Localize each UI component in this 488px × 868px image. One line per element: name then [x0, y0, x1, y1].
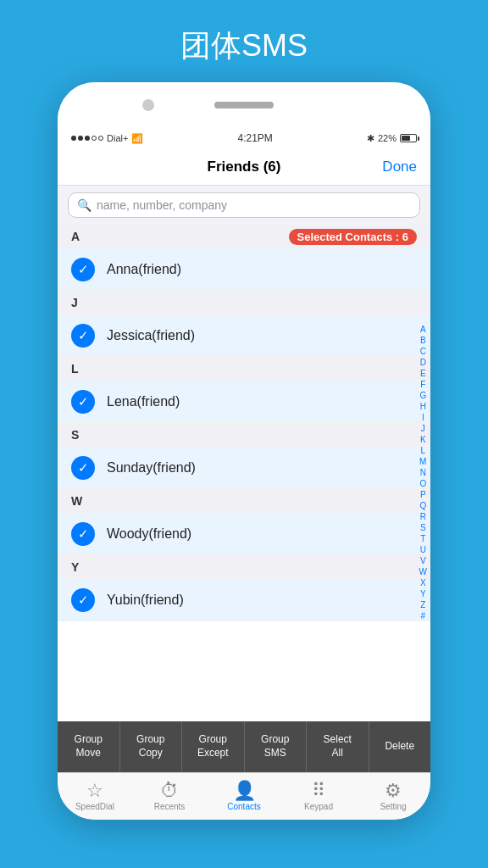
- group-sms-label-line1: Group: [261, 733, 289, 747]
- group-copy-button[interactable]: Group Copy: [120, 721, 183, 772]
- group-except-button[interactable]: Group Except: [182, 721, 245, 772]
- delete-label: Delete: [385, 740, 414, 754]
- checkmark-icon: ✓: [78, 461, 89, 474]
- contact-name: Sunday(friend): [107, 460, 196, 476]
- contact-row[interactable]: ✓ Yubin(friend): [58, 579, 430, 621]
- select-all-label-line2: All: [332, 747, 343, 760]
- alpha-g[interactable]: G: [419, 391, 426, 401]
- bluetooth-icon: ✱: [367, 133, 374, 144]
- alpha-r[interactable]: R: [420, 512, 426, 522]
- carrier-label: Dial+: [107, 133, 128, 143]
- done-button[interactable]: Done: [382, 159, 417, 175]
- alpha-d[interactable]: D: [420, 358, 426, 368]
- search-placeholder: name, number, company: [97, 198, 227, 212]
- search-input-wrap[interactable]: 🔍 name, number, company: [68, 192, 420, 218]
- battery-icon: [400, 134, 417, 142]
- tab-setting[interactable]: ⚙ Setting: [356, 773, 430, 820]
- tab-bar: ☆ SpeedDial ⏱ Recents 👤 Contacts ⠿ Keypa…: [58, 772, 430, 820]
- battery-percent: 22%: [378, 133, 396, 143]
- checkmark-icon: ✓: [78, 263, 89, 275]
- contact-name: Anna(friend): [107, 262, 181, 277]
- keypad-label: Keypad: [304, 802, 333, 811]
- alpha-v[interactable]: V: [420, 556, 426, 566]
- alpha-i[interactable]: I: [422, 413, 424, 423]
- tab-contacts[interactable]: 👤 Contacts: [207, 773, 281, 820]
- toolbar: Group Move Group Copy Group Except Group…: [58, 721, 430, 772]
- alpha-o[interactable]: O: [419, 479, 426, 489]
- phone-speaker: [214, 102, 274, 108]
- alpha-hash[interactable]: #: [420, 611, 425, 621]
- contact-name: Lena(friend): [107, 394, 180, 409]
- section-letter-s: S: [71, 428, 79, 442]
- alpha-q[interactable]: Q: [419, 501, 426, 511]
- tab-keypad[interactable]: ⠿ Keypad: [281, 773, 356, 820]
- contact-name: Woody(friend): [107, 526, 191, 542]
- alpha-z[interactable]: Z: [420, 600, 425, 610]
- alpha-n[interactable]: N: [420, 468, 426, 478]
- checkmark-icon: ✓: [78, 329, 89, 342]
- status-right: ✱ 22%: [367, 133, 417, 144]
- alpha-e[interactable]: E: [420, 369, 426, 379]
- phone-frame: Dial+ 📶 4:21PM ✱ 22% Friends (6) Done 🔍 …: [58, 82, 430, 820]
- alphabet-index[interactable]: A B C D E F G H I J K L M N O P Q R S T …: [418, 225, 429, 721]
- phone-top: [58, 82, 430, 128]
- alpha-s[interactable]: S: [420, 523, 426, 533]
- alpha-h[interactable]: H: [420, 402, 426, 412]
- recents-label: Recents: [154, 802, 186, 811]
- check-circle: ✓: [71, 456, 95, 480]
- tab-speeddial[interactable]: ☆ SpeedDial: [58, 773, 132, 820]
- group-sms-button[interactable]: Group SMS: [245, 721, 308, 772]
- delete-button[interactable]: Delete: [369, 721, 431, 772]
- alpha-l[interactable]: L: [420, 446, 425, 456]
- contacts-icon: 👤: [233, 782, 256, 800]
- wifi-icon: 📶: [131, 133, 143, 144]
- status-bar: Dial+ 📶 4:21PM ✱ 22%: [58, 128, 430, 148]
- check-circle: ✓: [71, 258, 95, 281]
- section-header-y: Y: [58, 555, 430, 579]
- alpha-c[interactable]: C: [420, 347, 426, 357]
- group-move-label-line1: Group: [75, 733, 103, 747]
- alpha-w[interactable]: W: [419, 567, 427, 577]
- section-letter-w: W: [71, 494, 82, 508]
- alpha-y[interactable]: Y: [420, 589, 426, 599]
- group-move-button[interactable]: Group Move: [58, 721, 120, 772]
- alpha-j[interactable]: J: [421, 424, 425, 434]
- time-display: 4:21PM: [237, 132, 272, 144]
- contact-row[interactable]: ✓ Anna(friend): [58, 248, 430, 291]
- contact-row[interactable]: ✓ Lena(friend): [58, 381, 430, 423]
- select-all-button[interactable]: Select All: [307, 721, 369, 772]
- alpha-f[interactable]: F: [420, 380, 425, 390]
- alpha-t[interactable]: T: [420, 534, 425, 544]
- search-bar: 🔍 name, number, company: [58, 186, 430, 225]
- checkmark-icon: ✓: [78, 527, 89, 540]
- check-circle: ✓: [71, 324, 95, 348]
- alpha-x[interactable]: X: [420, 578, 426, 588]
- group-copy-label-line1: Group: [136, 733, 164, 747]
- keypad-icon: ⠿: [312, 782, 325, 800]
- recents-icon: ⏱: [160, 782, 179, 800]
- alpha-b[interactable]: B: [420, 336, 426, 346]
- checkmark-icon: ✓: [78, 395, 89, 408]
- section-letter-j: J: [71, 296, 78, 309]
- setting-label: Setting: [380, 802, 406, 811]
- section-letter-a: A: [71, 230, 80, 243]
- alpha-u[interactable]: U: [420, 545, 426, 555]
- nav-title: Friends (6): [208, 159, 281, 175]
- section-letter-l: L: [71, 362, 79, 376]
- alpha-m[interactable]: M: [419, 457, 426, 467]
- alpha-k[interactable]: K: [420, 435, 426, 445]
- section-header-l: L: [58, 357, 430, 381]
- alpha-a[interactable]: A: [420, 325, 426, 335]
- contact-row[interactable]: ✓ Jessica(friend): [58, 314, 430, 357]
- contacts-label: Contacts: [227, 802, 260, 811]
- search-icon: 🔍: [77, 198, 92, 212]
- contact-row[interactable]: ✓ Sunday(friend): [58, 447, 430, 489]
- tab-recents[interactable]: ⏱ Recents: [132, 773, 207, 820]
- nav-bar: Friends (6) Done: [58, 148, 430, 186]
- signal-icon: [71, 136, 103, 141]
- check-circle: ✓: [71, 390, 95, 414]
- group-move-label-line2: Move: [76, 747, 101, 760]
- contact-row[interactable]: ✓ Woody(friend): [58, 513, 430, 555]
- section-letter-y: Y: [71, 560, 79, 574]
- alpha-p[interactable]: P: [420, 490, 426, 500]
